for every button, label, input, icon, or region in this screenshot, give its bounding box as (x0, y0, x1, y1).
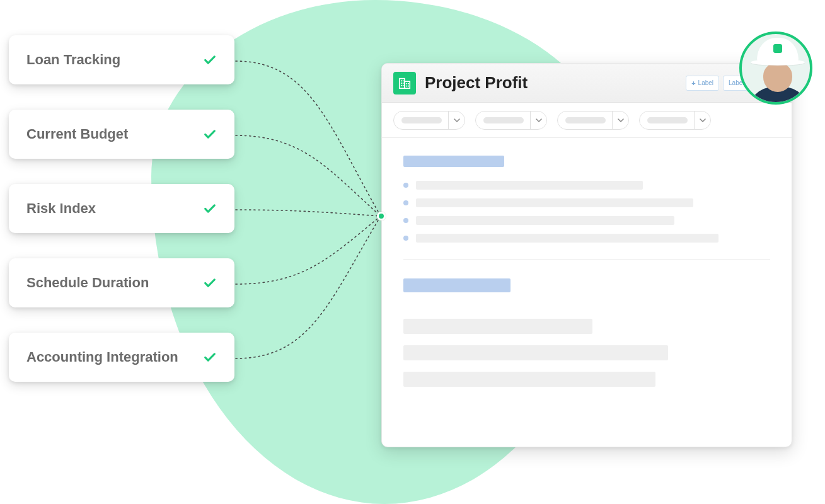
feature-label: Risk Index (26, 200, 96, 217)
check-icon (203, 276, 217, 290)
placeholder-line (416, 198, 693, 207)
filter-dropdown[interactable] (393, 111, 465, 130)
list-item (403, 216, 770, 225)
button-text: Label (698, 79, 713, 86)
panel-header: Project Profit + Label Label Label (382, 64, 792, 103)
feature-card-loan-tracking: Loan Tracking (9, 35, 234, 84)
placeholder-bar (401, 117, 442, 123)
building-icon (393, 72, 416, 94)
list-item (403, 234, 770, 243)
chevron-down-icon (694, 112, 710, 129)
svg-rect-5 (403, 83, 404, 84)
svg-rect-8 (406, 83, 407, 84)
section-heading-placeholder (403, 156, 504, 167)
avatar-face (763, 63, 792, 92)
check-icon (203, 350, 217, 364)
panel-title: Project Profit (425, 73, 677, 93)
svg-rect-7 (403, 84, 404, 86)
svg-rect-1 (405, 81, 410, 88)
user-avatar (739, 32, 812, 105)
chevron-down-icon (612, 112, 628, 129)
feature-label: Current Budget (26, 126, 128, 142)
svg-rect-9 (408, 83, 409, 84)
check-icon (203, 127, 217, 141)
hardhat-brim (751, 59, 805, 66)
list-item (403, 181, 770, 190)
check-icon (203, 202, 217, 215)
bullet-icon (403, 183, 408, 188)
divider (403, 259, 770, 260)
feature-label: Schedule Duration (26, 275, 149, 291)
placeholder-bar (565, 117, 606, 123)
svg-rect-11 (408, 85, 409, 86)
list-item (403, 198, 770, 207)
section-heading-placeholder (403, 278, 511, 292)
check-icon (203, 53, 217, 67)
feature-label: Accounting Integration (26, 349, 178, 365)
feature-card-schedule-duration: Schedule Duration (9, 258, 234, 307)
chevron-down-icon (448, 112, 464, 129)
feature-card-risk-index: Risk Index (9, 184, 234, 233)
add-label-button[interactable]: + Label (686, 76, 719, 91)
project-profit-panel: Project Profit + Label Label Label (381, 63, 792, 447)
feature-card-list: Loan Tracking Current Budget Risk Index … (9, 35, 234, 382)
placeholder-line (416, 234, 718, 243)
panel-body (382, 138, 792, 416)
bullet-icon (403, 200, 408, 205)
svg-rect-2 (401, 80, 402, 81)
feature-label: Loan Tracking (26, 52, 120, 68)
svg-rect-4 (401, 83, 402, 84)
plus-icon: + (691, 79, 695, 87)
connector-hub-dot (377, 212, 386, 220)
placeholder-line (416, 216, 674, 225)
placeholder-block (403, 319, 592, 334)
placeholder-block (403, 372, 655, 387)
panel-filter-bar (382, 103, 792, 138)
hardhat-logo-icon (773, 44, 782, 53)
placeholder-line (416, 181, 643, 190)
chevron-down-icon (530, 112, 546, 129)
svg-rect-10 (406, 85, 407, 86)
filter-dropdown[interactable] (475, 111, 547, 130)
placeholder-block (403, 345, 668, 360)
filter-dropdown[interactable] (557, 111, 629, 130)
placeholder-bar (483, 117, 524, 123)
bullet-icon (403, 236, 408, 241)
placeholder-bar (647, 117, 688, 123)
bullet-icon (403, 218, 408, 223)
svg-rect-3 (403, 80, 404, 81)
filter-dropdown[interactable] (639, 111, 711, 130)
svg-rect-6 (401, 84, 402, 86)
feature-card-accounting-integration: Accounting Integration (9, 333, 234, 382)
feature-card-current-budget: Current Budget (9, 110, 234, 159)
